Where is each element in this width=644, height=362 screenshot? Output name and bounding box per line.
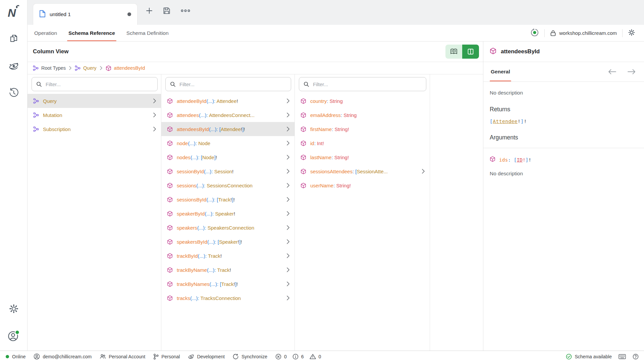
magnifier-icon — [170, 81, 176, 87]
schema-field-row[interactable]: tracks(...): TracksConnection — [161, 291, 294, 305]
schema-field-row[interactable]: node(...): Node — [161, 136, 294, 150]
schema-field-row[interactable]: speakerById(...): Speaker! — [161, 206, 294, 221]
profile-avatar-icon[interactable] — [7, 329, 20, 343]
navigate-forward-button[interactable] — [627, 69, 636, 75]
settings-gear-icon[interactable] — [8, 303, 19, 314]
statusbar-item-triangle-warning[interactable]: 0 — [310, 354, 321, 359]
document-settings-gear-icon[interactable] — [628, 29, 635, 38]
cube-icon — [167, 295, 173, 301]
sig-segment: id — [310, 140, 314, 146]
schema-field-row[interactable]: country: String — [295, 94, 430, 108]
schema-field-row[interactable]: emailAddress: String — [295, 108, 430, 122]
schema-field-row[interactable]: lastName: String! — [295, 150, 430, 164]
field-signature: Query — [43, 98, 149, 104]
argument-description: No description — [490, 171, 638, 177]
schema-field-row[interactable]: sessionsById(...): [Track!]! — [161, 192, 294, 206]
sig-segment: Mutation — [43, 112, 62, 118]
sig-segment: Track — [208, 253, 220, 259]
new-tab-button[interactable] — [146, 7, 153, 14]
sig-segment: : — [314, 140, 317, 146]
schema-field-row[interactable]: nodes(...): [Node]! — [161, 150, 294, 164]
schema-field-row[interactable]: firstName: String! — [295, 122, 430, 136]
column-view-button[interactable] — [462, 45, 479, 59]
schema-field-row[interactable]: trackById(...): Track! — [161, 249, 294, 263]
schema-field-row[interactable]: attendees(...): AttendeesConnect... — [161, 108, 294, 122]
statusbar-item-atom[interactable]: Development — [188, 353, 225, 360]
schema-field-row[interactable]: id: Int! — [295, 136, 430, 150]
statusbar-item-dot-green[interactable]: Online — [5, 354, 25, 359]
divider — [483, 148, 644, 148]
git-branch-icon — [153, 354, 159, 360]
filter-box — [32, 77, 158, 91]
schema-field-row[interactable]: sessionsAttendees: [SessionAtte... — [295, 164, 430, 178]
endpoint-selector[interactable]: workshop.chillicream.com — [550, 30, 617, 37]
breadcrumb-item-query[interactable]: Query — [75, 65, 97, 71]
breadcrumb-label: Root Types — [41, 65, 66, 71]
schema-field-row[interactable]: attendeesById(...): [Attendee!]! — [161, 122, 294, 136]
schema-field-row[interactable]: speakersById(...): [Speaker!]! — [161, 235, 294, 249]
save-button[interactable] — [163, 7, 170, 14]
root-type-row[interactable]: Query — [28, 94, 161, 108]
banana-cake-pop-logo-icon[interactable]: N — [6, 4, 21, 20]
tab-general[interactable]: General — [490, 62, 511, 81]
schema-visualizer-icon[interactable] — [8, 60, 19, 72]
sig-segment: Query — [43, 98, 57, 104]
sig-segment: ! — [528, 157, 531, 163]
sig-segment: : — [332, 126, 334, 132]
sig-segment: (...) — [209, 126, 217, 132]
schema-field-row[interactable]: attendeeById(...): Attendee! — [161, 94, 294, 108]
statusbar-item-sync[interactable]: Synchronize — [233, 354, 267, 360]
navigate-back-button[interactable] — [608, 69, 616, 75]
connection-status-icon[interactable] — [530, 28, 539, 38]
tab-operation[interactable]: Operation — [32, 25, 59, 41]
sig-segment: Track — [218, 197, 230, 202]
statusbar-item-circle-info[interactable]: 6 — [292, 354, 304, 360]
tab-schema-definition[interactable]: Schema Definition — [124, 25, 171, 41]
statusbar-item-person-circle[interactable]: demo@chillicream.com — [34, 353, 92, 360]
tab-schema-reference[interactable]: Schema Reference — [66, 25, 117, 41]
field-signature: speakersById(...): [Speaker!]! — [177, 239, 282, 245]
reader-view-button[interactable] — [445, 45, 462, 59]
schema-field-row[interactable]: speakers(...): SpeakersConnection — [161, 221, 294, 235]
root-type-row[interactable]: Subscription — [28, 122, 161, 136]
schema-field-row[interactable]: userName: String! — [295, 178, 430, 192]
schema-field-row[interactable]: sessions(...): SessionsConnection — [161, 178, 294, 192]
filter-input[interactable] — [313, 81, 422, 87]
chevron-right-icon — [286, 267, 290, 273]
chevron-right-icon — [286, 155, 290, 160]
branch-icon — [33, 65, 39, 71]
documents-icon[interactable] — [8, 34, 19, 44]
circle-info-icon — [292, 354, 299, 360]
statusbar-item-people[interactable]: Personal Account — [100, 354, 145, 359]
breadcrumb-item-root-types[interactable]: Root Types — [33, 65, 66, 71]
statusbar-item-question-circle[interactable] — [633, 354, 639, 360]
schema-field-row[interactable]: sessionById(...): Session! — [161, 164, 294, 178]
cube-icon — [301, 112, 306, 118]
statusbar-item-circle-x[interactable]: 0 — [275, 354, 287, 360]
returns-heading: Returns — [490, 106, 638, 113]
statusbar-item-git-branch[interactable]: Personal — [153, 354, 180, 360]
document-tab[interactable]: untitled 1 — [33, 3, 138, 25]
root-type-row[interactable]: Mutation — [28, 108, 161, 122]
field-signature: attendees(...): AttendeesConnect... — [177, 112, 282, 118]
filter-input[interactable] — [179, 81, 286, 87]
question-circle-icon — [633, 354, 639, 360]
sig-segment: ! — [230, 267, 231, 273]
schema-field-row[interactable]: trackByNames(...): [Track!]! — [161, 277, 294, 291]
chevron-right-icon — [286, 253, 290, 258]
breadcrumb-item-attendeesbyid[interactable]: attendeesById — [106, 65, 145, 71]
argument-row[interactable]: ids: [ID!]! — [490, 156, 638, 163]
schema-field-row[interactable]: trackByName(...): Track! — [161, 263, 294, 277]
field-signature: nodes(...): [Node]! — [177, 155, 282, 160]
sig-segment: TracksConnection — [201, 295, 241, 301]
filter-input[interactable] — [46, 81, 153, 87]
more-options-button[interactable] — [180, 9, 191, 13]
statusbar-label: 0 — [284, 354, 287, 359]
statusbar-item-keyboard[interactable] — [619, 354, 626, 359]
details-panel: attendeesById General N — [483, 42, 644, 351]
field-signature: Subscription — [43, 126, 149, 132]
history-icon[interactable] — [8, 87, 19, 98]
crumb-sep-icon — [69, 66, 72, 70]
details-title: attendeesById — [501, 48, 540, 55]
statusbar-item-check-circle[interactable]: Schema available — [566, 354, 612, 360]
